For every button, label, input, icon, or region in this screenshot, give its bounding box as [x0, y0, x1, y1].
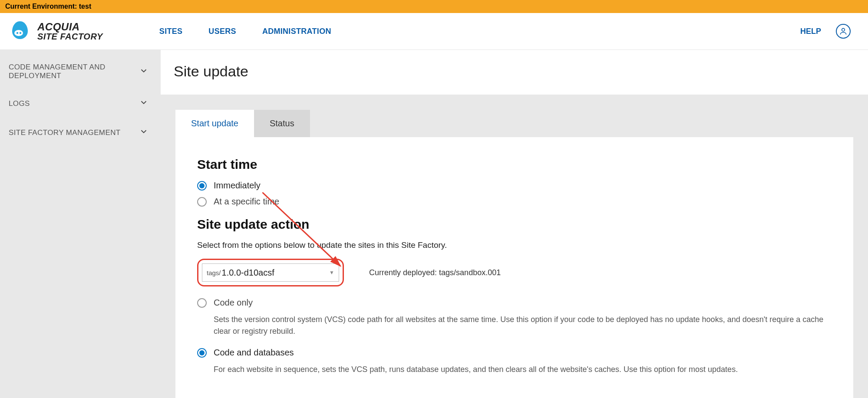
sidebar-item-code-management[interactable]: CODE MANAGEMENT AND DEPLOYMENT: [0, 54, 161, 89]
sidebar-item-logs[interactable]: LOGS: [0, 89, 161, 118]
tag-value: 1.0.0-d10acsf: [222, 268, 274, 278]
main-nav: SITES USERS ADMINISTRATION: [159, 27, 331, 36]
brand-text: ACQUIA SITE FACTORY: [37, 22, 103, 41]
sidebar-item-site-factory-management[interactable]: SITE FACTORY MANAGEMENT: [0, 118, 161, 147]
action-lead: Select from the options below to update …: [197, 240, 832, 250]
tab-status[interactable]: Status: [254, 110, 310, 137]
radio-label: Code only: [214, 298, 253, 308]
nav-help[interactable]: HELP: [800, 27, 821, 36]
tag-select[interactable]: tags/ 1.0.0-d10acsf ▼: [202, 263, 339, 282]
radio-code-only[interactable]: Code only: [197, 298, 832, 308]
tag-select-highlight: tags/ 1.0.0-d10acsf ▼: [197, 259, 344, 286]
brand-line2: SITE FACTORY: [37, 32, 103, 41]
radio-immediately-input[interactable]: [197, 181, 207, 191]
acquia-logo-icon: [9, 20, 31, 43]
brand: ACQUIA SITE FACTORY: [0, 20, 112, 43]
code-db-desc: For each website in sequence, sets the V…: [214, 364, 832, 375]
radio-immediately[interactable]: Immediately: [197, 181, 832, 191]
page-title: Site update: [174, 63, 855, 80]
radio-code-only-input[interactable]: [197, 298, 207, 308]
tag-prefix: tags/: [207, 269, 221, 276]
sidebar: CODE MANAGEMENT AND DEPLOYMENT LOGS SITE…: [0, 50, 161, 398]
sidebar-item-label: CODE MANAGEMENT AND DEPLOYMENT: [9, 63, 139, 80]
chevron-down-icon: [139, 127, 149, 138]
tabs: Start update Status: [175, 110, 868, 137]
currently-deployed: Currently deployed: tags/sandbox.001: [369, 268, 501, 277]
select-row: tags/ 1.0.0-d10acsf ▼ Currently deployed…: [197, 259, 832, 286]
brand-line1: ACQUIA: [37, 22, 103, 32]
svg-point-3: [842, 28, 845, 31]
radio-label: At a specific time: [214, 197, 279, 207]
environment-banner: Current Environment: test: [0, 0, 868, 13]
radio-label: Immediately: [214, 181, 261, 191]
start-time-heading: Start time: [197, 157, 832, 172]
chevron-down-icon: [139, 66, 149, 78]
main-content: Site update Start update Status Start ti…: [161, 50, 868, 398]
code-only-desc: Sets the version control system (VCS) co…: [214, 314, 832, 337]
topbar: ACQUIA SITE FACTORY SITES USERS ADMINIST…: [0, 13, 868, 50]
tab-start-update[interactable]: Start update: [175, 110, 254, 137]
nav-users[interactable]: USERS: [208, 27, 236, 36]
svg-point-0: [14, 30, 23, 36]
radio-code-db-input[interactable]: [197, 348, 207, 358]
sidebar-item-label: LOGS: [9, 99, 30, 108]
topbar-right: HELP: [800, 24, 868, 39]
sidebar-item-label: SITE FACTORY MANAGEMENT: [9, 128, 121, 137]
account-icon[interactable]: [836, 24, 851, 39]
radio-label: Code and databases: [214, 348, 294, 358]
radio-code-db[interactable]: Code and databases: [197, 348, 832, 358]
svg-point-1: [17, 32, 18, 34]
radio-specific-time-input[interactable]: [197, 197, 207, 207]
caret-down-icon: ▼: [329, 270, 334, 276]
form-panel: Start time Immediately At a specific tim…: [175, 137, 853, 398]
nav-administration[interactable]: ADMINISTRATION: [262, 27, 331, 36]
nav-sites[interactable]: SITES: [159, 27, 183, 36]
action-heading: Site update action: [197, 217, 832, 232]
svg-point-2: [20, 32, 21, 34]
page-header: Site update: [161, 50, 868, 95]
chevron-down-icon: [139, 98, 149, 109]
radio-specific-time[interactable]: At a specific time: [197, 197, 832, 207]
